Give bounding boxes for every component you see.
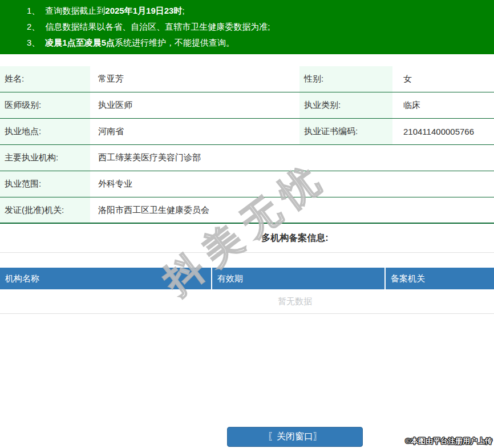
table-row-main-institution: 主要执业机构: 西工缔莱美医疗美容门诊部 (0, 145, 494, 171)
notice-number: 1、 (27, 6, 40, 15)
practice-location-label: 执业地点: (0, 119, 90, 144)
gender-value: 女 (392, 66, 494, 92)
notice-line-3: 3、凌晨1点至凌晨5点系统进行维护，不能提供查询。 (27, 35, 494, 51)
notice-text: 系统进行维护，不能提供查询。 (115, 38, 234, 47)
notice-number: 3、 (27, 38, 40, 47)
issuing-authority-value: 洛阳市西工区卫生健康委员会 (90, 197, 494, 223)
table-row-practice-scope: 执业范围: 外科专业 (0, 171, 494, 197)
main-institution-label: 主要执业机构: (0, 145, 90, 171)
notice-text: ; (182, 6, 184, 15)
field-label-text: 执业地点: (5, 126, 41, 137)
notice-line-2: 2、信息数据结果以各省、自治区、直辖市卫生健康委数据为准; (27, 19, 494, 35)
empty-data-row: 暂无数据 (0, 289, 494, 314)
column-header-validity-period: 有效期 (212, 268, 386, 289)
field-label-text: 主要执业机构: (5, 152, 58, 163)
practice-category-label: 执业类别: (299, 92, 392, 118)
field-label-text: 性别: (304, 74, 323, 84)
notice-banner: 1、查询数据截止到2025年1月19日23时; 2、信息数据结果以各省、自治区、… (0, 0, 494, 54)
column-header-institution-name: 机构名称 (0, 268, 212, 289)
practice-location-value: 河南省 (90, 119, 299, 144)
doctor-level-label: 医师级别: (0, 92, 90, 118)
field-label-text: 执业类别: (304, 100, 341, 111)
practice-scope-label: 执业范围: (0, 171, 90, 197)
field-label-text: 发证(批准)机关: (5, 205, 64, 216)
practice-category-value: 临床 (392, 92, 494, 118)
notice-text-bold: 凌晨1点至凌晨5点 (45, 38, 115, 47)
field-label-text: 执业证书编码: (304, 126, 358, 137)
name-label: 姓名: (0, 66, 90, 92)
notice-text-bold: 2025年1月19日23时 (105, 6, 182, 15)
certificate-number-value: 210411400005766 (392, 119, 494, 144)
table-row-name-gender: 姓名: 常亚芳 性别: 女 (0, 66, 494, 92)
issuing-authority-label: 发证(批准)机关: (0, 197, 90, 223)
copyright-overlay: ©本图由平台注册用户上传 (405, 436, 492, 446)
record-table-header: 机构名称 有效期 备案机关 (0, 268, 494, 289)
doctor-level-value: 执业医师 (90, 92, 299, 118)
empty-data-text: 暂无数据 (278, 296, 312, 307)
table-row-level-category: 医师级别: 执业医师 执业类别: 临床 (0, 92, 494, 119)
query-result-page: 1、查询数据截止到2025年1月19日23时; 2、信息数据结果以各省、自治区、… (0, 0, 494, 448)
field-label-text: 姓名: (5, 74, 24, 84)
notice-number: 2、 (27, 22, 40, 31)
notice-line-1: 1、查询数据截止到2025年1月19日23时; (27, 3, 494, 19)
practitioner-info-table: 姓名: 常亚芳 性别: 女 医师级别: 执业医师 执业类别: 临床 执业地点: … (0, 66, 494, 224)
close-window-button[interactable]: 〖关闭窗口〗 (227, 427, 363, 447)
main-institution-value: 西工缔莱美医疗美容门诊部 (90, 145, 494, 171)
name-value: 常亚芳 (90, 66, 299, 92)
field-label-text: 医师级别: (5, 100, 41, 111)
notice-text: 信息数据结果以各省、自治区、直辖市卫生健康委数据为准; (45, 22, 270, 31)
gender-label: 性别: (299, 66, 392, 92)
table-row-issuing-authority: 发证(批准)机关: 洛阳市西工区卫生健康委员会 (0, 197, 494, 224)
table-row-location-certificate: 执业地点: 河南省 执业证书编码: 210411400005766 (0, 119, 494, 145)
page-layout: 1、查询数据截止到2025年1月19日23时; 2、信息数据结果以各省、自治区、… (0, 0, 494, 314)
multi-institution-section-title: 多机构备案信息: (0, 224, 494, 253)
column-header-record-authority: 备案机关 (386, 268, 494, 289)
practice-scope-value: 外科专业 (90, 171, 494, 197)
spacer (0, 253, 494, 268)
field-label-text: 执业范围: (5, 179, 41, 189)
certificate-number-label: 执业证书编码: (299, 119, 392, 144)
notice-text: 查询数据截止到 (45, 6, 105, 15)
